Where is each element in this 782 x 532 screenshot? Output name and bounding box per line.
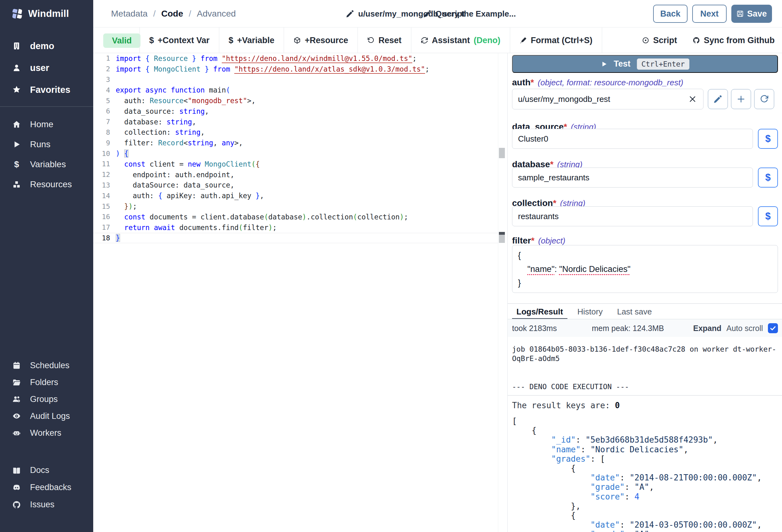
tab-advanced[interactable]: Advanced <box>197 9 236 19</box>
result-json-line: "grade": "A", <box>512 482 778 492</box>
sidebar-item-home[interactable]: Home <box>0 114 93 135</box>
sidebar-item-issues[interactable]: Issues <box>0 496 93 513</box>
scrollbar-thumb[interactable] <box>499 148 505 158</box>
editor-scrollbar[interactable] <box>498 53 506 532</box>
database-input[interactable]: sample_restaurants <box>512 167 753 188</box>
topbar: Metadata/Code/Advanced u/user/my_mongodb… <box>93 0 782 28</box>
sidebar-item-docs[interactable]: Docs <box>0 462 93 479</box>
data-source-input[interactable]: Cluster0 <box>512 129 753 149</box>
refresh-resource-button[interactable] <box>754 89 774 109</box>
reset-button[interactable]: Reset <box>358 28 411 53</box>
line-number: 16 <box>93 213 110 221</box>
sidebar-item-favorites[interactable]: Favorites <box>0 79 93 101</box>
line-number: 11 <box>93 160 110 168</box>
windmill-logo-icon <box>11 8 23 20</box>
sidebar-item-label: Audit Logs <box>30 411 70 421</box>
refresh-icon <box>421 37 428 44</box>
sidebar-item-label: user <box>30 63 49 73</box>
sidebar-item-feedbacks[interactable]: Feedbacks <box>0 479 93 496</box>
code-editor[interactable]: 1import { Resource } from "https://deno.… <box>93 53 507 532</box>
line-number: 9 <box>93 139 110 147</box>
collection-var-picker-button[interactable]: $ <box>758 206 778 226</box>
sidebar-item-label: Docs <box>30 465 49 475</box>
sidebar-item-workers[interactable]: Workers <box>0 424 93 441</box>
auto-scroll-label: Auto scroll <box>726 324 763 333</box>
edit-resource-button[interactable] <box>708 89 728 109</box>
job-log: job 01864b05-8033-b136-1def-f30c48ac7c28… <box>512 344 776 391</box>
line-number: 4 <box>93 86 110 94</box>
toolbar-item-label: +Resource <box>305 36 348 45</box>
sidebar-item-demo[interactable]: demo <box>0 35 93 57</box>
expand-button[interactable]: Expand <box>693 324 721 333</box>
cube-icon <box>293 37 301 44</box>
code-line: 2import { MongoClient } from "https://de… <box>93 64 507 74</box>
line-number: 8 <box>93 128 110 136</box>
sidebar-item-label: Home <box>30 119 54 129</box>
result-json-line: "grades": [ <box>512 454 778 463</box>
output-tabs: Logs/ResultHistoryLast save <box>512 305 656 319</box>
add-resource-button[interactable] <box>731 89 751 109</box>
line-number: 13 <box>93 181 110 189</box>
sidebar-item-groups[interactable]: Groups <box>0 391 93 408</box>
script-kind-button[interactable]: Script <box>642 28 677 53</box>
toolbar-item-label: Sync from Github <box>704 36 775 45</box>
test-button[interactable]: Test Ctrl+Enter <box>512 55 778 73</box>
context-var-button[interactable]: $+Context Var <box>140 28 219 53</box>
sidebar-item-schedules[interactable]: Schedules <box>0 357 93 374</box>
toolbar-item-label: +Context Var <box>158 36 210 45</box>
line-number: 2 <box>93 65 110 73</box>
save-button[interactable]: Save <box>731 5 772 23</box>
tab-metadata[interactable]: Metadata <box>111 9 148 19</box>
sidebar-item-folders[interactable]: Folders <box>0 374 93 391</box>
panel-divider <box>508 303 782 304</box>
code-line: 14 auth: { apiKey: auth.api_key }, <box>93 190 507 201</box>
collection-input[interactable]: restaurants <box>512 206 753 226</box>
sidebar-item-runs[interactable]: Runs <box>0 135 93 154</box>
auto-scroll-checkbox[interactable] <box>768 323 778 333</box>
back-button[interactable]: Back <box>653 5 687 23</box>
next-button[interactable]: Next <box>692 5 726 23</box>
sync-from-github-button[interactable]: Sync from Github <box>692 28 775 53</box>
variable-button[interactable]: $+Variable <box>219 28 284 53</box>
sidebar-item-label: Favorites <box>30 85 70 95</box>
github-icon <box>11 500 22 509</box>
assistant-lang-badge: (Deno) <box>473 36 500 45</box>
auth-resource-input[interactable]: u/user/my_mongodb_rest <box>512 89 704 109</box>
sidebar-item-resources[interactable]: Resources <box>0 175 93 194</box>
brand[interactable]: Windmill <box>0 0 93 28</box>
folder-icon <box>11 378 22 387</box>
toolbar-item-label: Assistant <box>432 36 470 45</box>
format-ctrl-s-button[interactable]: Format (Ctrl+S) <box>510 28 602 53</box>
tab-logs-result[interactable]: Logs/Result <box>512 305 567 319</box>
play-icon <box>601 61 607 68</box>
robot-icon <box>11 428 22 437</box>
dollar-icon: $ <box>149 36 154 45</box>
tab-last-save[interactable]: Last save <box>613 305 656 319</box>
sidebar-item-user[interactable]: user <box>0 57 93 79</box>
user-icon <box>11 64 22 72</box>
calendar-icon <box>11 361 22 370</box>
filter-json-close: } <box>518 276 772 290</box>
result-json-line: "score": 4 <box>512 492 778 501</box>
sidebar-item-audit-logs[interactable]: Audit Logs <box>0 408 93 424</box>
result-json-line: { <box>512 426 778 435</box>
line-number: 10 <box>93 150 110 157</box>
resource-button[interactable]: +Resource <box>284 28 358 53</box>
assistant-button[interactable]: Assistant(Deno) <box>411 28 510 53</box>
tab-code[interactable]: Code <box>162 9 183 19</box>
code-line: 11 const client = new MongoClient({ <box>93 159 507 169</box>
tab-history[interactable]: History <box>573 305 607 319</box>
clear-icon[interactable] <box>688 95 698 104</box>
filter-json-editor[interactable]: { "name": "Nordic Delicacies" } <box>512 245 778 293</box>
code-line: 6 data_source: string, <box>93 106 507 117</box>
sidebar-item-label: Variables <box>30 159 66 169</box>
script-summary[interactable]: Query the Example... <box>423 0 516 28</box>
database-var-picker-button[interactable]: $ <box>758 167 778 188</box>
code-line: 1import { Resource } from "https://deno.… <box>93 53 507 64</box>
sidebar-item-variables[interactable]: $Variables <box>0 154 93 175</box>
sidebar-item-label: Feedbacks <box>30 483 71 492</box>
data-source-var-picker-button[interactable]: $ <box>758 129 778 149</box>
sidebar-footer-group: DocsFeedbacksIssues <box>0 462 93 513</box>
toolbar-item-label: Format (Ctrl+S) <box>531 36 593 45</box>
sidebar-item-label: Resources <box>30 180 72 189</box>
